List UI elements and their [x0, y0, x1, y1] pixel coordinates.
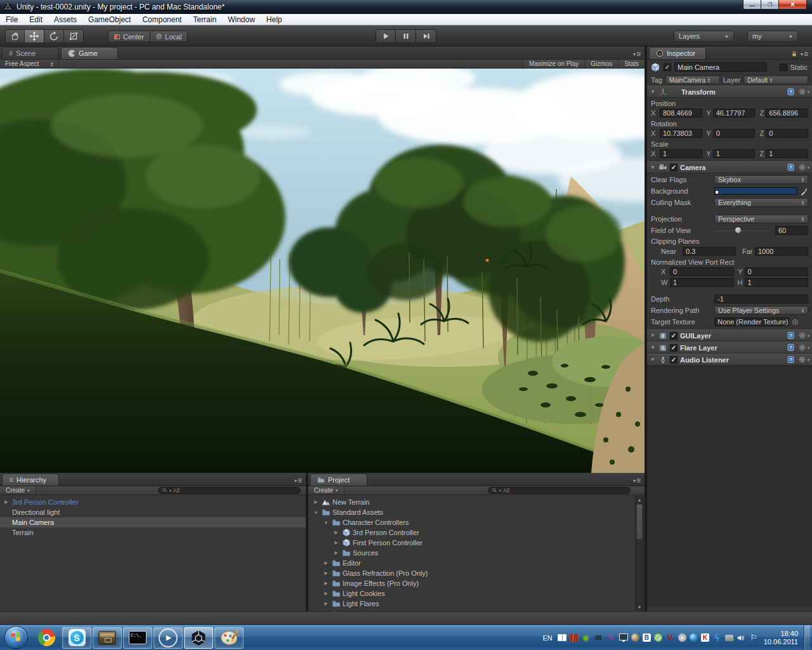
- menu-edit[interactable]: Edit: [23, 14, 48, 25]
- project-item[interactable]: ▶Image Effects (Pro Only): [308, 578, 645, 588]
- panel-menu-icon[interactable]: [633, 50, 641, 58]
- gear-icon[interactable]: [798, 163, 806, 171]
- tray-pencil-icon[interactable]: [606, 633, 616, 642]
- project-create-button[interactable]: Create: [308, 486, 344, 494]
- hierarchy-item-selected[interactable]: Main Camera: [0, 517, 306, 527]
- background-color-swatch[interactable]: [714, 187, 797, 195]
- project-item[interactable]: ▶Light Flares: [308, 599, 645, 609]
- paint-taskbar-button[interactable]: [214, 627, 244, 649]
- foldout-arrow-icon[interactable]: ▼: [650, 164, 656, 170]
- scrollbar-thumb[interactable]: [636, 504, 643, 540]
- foldout-arrow-icon[interactable]: ▶: [322, 601, 330, 606]
- pause-button[interactable]: [396, 29, 416, 43]
- gear-icon[interactable]: [798, 88, 806, 96]
- foldout-arrow-icon[interactable]: ▶: [312, 500, 320, 505]
- lock-icon[interactable]: [790, 49, 798, 56]
- pan-tool-button[interactable]: [5, 29, 25, 43]
- foldout-arrow-icon[interactable]: ▶: [322, 571, 330, 576]
- tray-kaspersky-icon[interactable]: [701, 633, 709, 642]
- project-item[interactable]: ▼Standard Assets: [308, 507, 645, 517]
- project-item[interactable]: ▶Glass Refraction (Pro Only): [308, 568, 645, 578]
- fov-value-field[interactable]: 60: [775, 226, 808, 235]
- minimize-button[interactable]: [743, 0, 761, 10]
- scale-tool-button[interactable]: [64, 29, 84, 43]
- tray-monitor-icon[interactable]: [619, 633, 628, 640]
- depth-field[interactable]: -1: [714, 295, 808, 303]
- move-tool-button[interactable]: [25, 29, 44, 43]
- stats-button[interactable]: Stats: [618, 60, 645, 68]
- command-prompt-taskbar-button[interactable]: [123, 627, 152, 649]
- flare-layer-header[interactable]: ▼ Flare Layer ▾: [647, 342, 812, 354]
- rotation-y-field[interactable]: 0: [713, 129, 756, 138]
- target-texture-field[interactable]: None (Render Texture): [714, 317, 789, 326]
- tab-inspector[interactable]: Inspector: [649, 47, 706, 59]
- media-player-taskbar-button[interactable]: [154, 627, 183, 649]
- scale-x-field[interactable]: 1: [660, 149, 702, 158]
- rotation-z-field[interactable]: 0: [766, 129, 808, 138]
- flare-layer-enabled-checkbox[interactable]: [670, 344, 678, 352]
- hierarchy-create-button[interactable]: Create: [0, 486, 36, 494]
- close-button[interactable]: [778, 0, 807, 10]
- help-icon[interactable]: [787, 331, 795, 340]
- layout-dropdown[interactable]: my▼: [747, 30, 798, 42]
- position-x-field[interactable]: 808.4669: [660, 109, 702, 117]
- menu-assets[interactable]: Assets: [48, 14, 82, 25]
- viewport-w-field[interactable]: 1: [670, 278, 734, 287]
- aspect-dropdown[interactable]: Free Aspect: [0, 60, 59, 68]
- tray-usb-icon[interactable]: [725, 635, 733, 641]
- hierarchy-item[interactable]: ▶3rd Person Controller: [0, 497, 306, 507]
- maximize-on-play-button[interactable]: Maximize on Play: [523, 60, 584, 68]
- project-item[interactable]: ▶First Person Controller: [308, 538, 645, 548]
- viewport-x-field[interactable]: 0: [670, 267, 734, 276]
- rotate-tool-button[interactable]: [44, 29, 64, 43]
- volume-icon[interactable]: [737, 633, 746, 642]
- camera-header[interactable]: ▼ Camera ▾: [647, 161, 812, 173]
- slider-knob[interactable]: [735, 227, 741, 233]
- tray-globe-icon[interactable]: [690, 633, 698, 642]
- help-icon[interactable]: [787, 163, 795, 171]
- foldout-arrow-icon[interactable]: ▼: [650, 333, 656, 338]
- audio-listener-header[interactable]: ▼ Audio Listener ▾: [647, 354, 812, 366]
- project-item[interactable]: ▶3rd Person Controller: [308, 527, 645, 538]
- panel-menu-icon[interactable]: [633, 476, 641, 485]
- gizmos-button[interactable]: Gizmos: [584, 60, 618, 68]
- tray-lightning-icon[interactable]: [712, 633, 722, 642]
- tray-b-icon[interactable]: [643, 633, 651, 642]
- tray-x-icon[interactable]: [678, 633, 686, 642]
- clear-flags-dropdown[interactable]: Skybox: [714, 175, 808, 184]
- gear-icon[interactable]: [798, 331, 806, 340]
- active-checkbox[interactable]: [664, 63, 671, 71]
- menu-terrain[interactable]: Terrain: [187, 14, 222, 25]
- tray-books-icon[interactable]: [570, 634, 578, 642]
- menu-file[interactable]: File: [0, 14, 23, 25]
- help-icon[interactable]: [787, 88, 795, 96]
- project-item[interactable]: ▼Character Controllers: [308, 517, 645, 527]
- clock[interactable]: 18:40 10.06.2011: [764, 630, 798, 646]
- hierarchy-search-input[interactable]: ▾ All: [158, 487, 301, 494]
- step-button[interactable]: [416, 29, 436, 43]
- game-viewport[interactable]: [0, 69, 645, 473]
- far-field[interactable]: 1000: [755, 247, 808, 256]
- panel-menu-icon[interactable]: [801, 50, 808, 58]
- hierarchy-item[interactable]: Directional light: [0, 507, 306, 517]
- tab-project[interactable]: Project: [310, 474, 367, 486]
- gear-icon[interactable]: [798, 343, 806, 352]
- gameobject-name-field[interactable]: Main Camera: [674, 62, 767, 72]
- foldout-arrow-icon[interactable]: ▶: [322, 591, 330, 596]
- camera-enabled-checkbox[interactable]: [670, 164, 678, 171]
- foldout-arrow-icon[interactable]: ▼: [312, 510, 320, 515]
- language-indicator[interactable]: EN: [542, 634, 552, 642]
- audio-listener-enabled-checkbox[interactable]: [670, 356, 678, 364]
- viewport-h-field[interactable]: 1: [745, 278, 809, 287]
- restore-button[interactable]: [761, 0, 779, 10]
- near-field[interactable]: 0.3: [683, 247, 736, 256]
- project-item[interactable]: ▶Sources: [308, 548, 645, 558]
- viewport-y-field[interactable]: 0: [745, 267, 809, 276]
- skype-taskbar-button[interactable]: [62, 627, 91, 649]
- pivot-local-button[interactable]: Local: [150, 30, 188, 43]
- tray-window-panes-icon[interactable]: [558, 634, 566, 641]
- scroll-up-icon[interactable]: ▲: [638, 497, 642, 503]
- eyedropper-icon[interactable]: [800, 187, 808, 196]
- tab-hierarchy[interactable]: Hierarchy: [2, 474, 59, 486]
- foldout-arrow-icon[interactable]: ▶: [3, 500, 10, 505]
